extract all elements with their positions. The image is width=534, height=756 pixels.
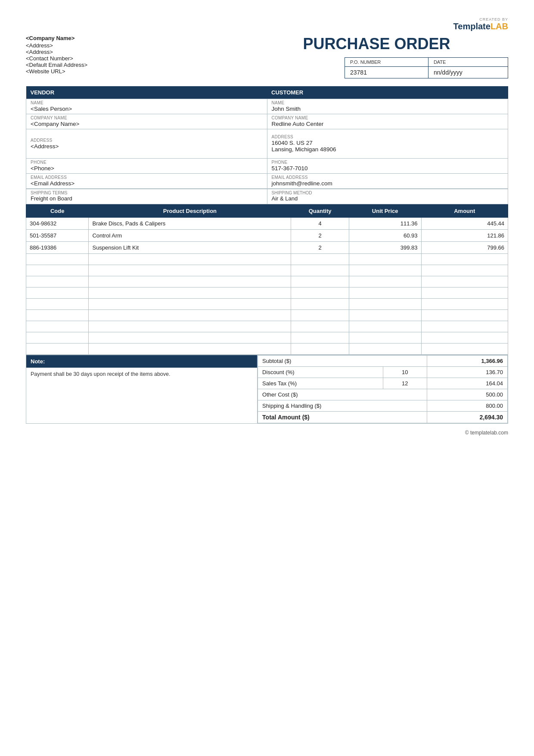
vendor-customer-table: VENDOR CUSTOMER NAME <Sales Person> NAME… [26,86,508,189]
date-label: DATE [428,58,508,67]
customer-phone-label: PHONE [272,160,504,165]
table-row [26,332,508,344]
vendor-name-label: NAME [31,100,263,105]
table-row: 886-19386 Suspension Lift Kit 2 399.83 7… [26,242,508,254]
company-contact: <Contact Number> [26,55,245,62]
table-row: 304-98632 Brake Discs, Pads & Calipers 4… [26,218,508,230]
po-number-date-table: P.O. NUMBER DATE 23781 nn/dd/yyyy [345,57,508,78]
bottom-section: Note: Payment shall be 30 days upon rece… [26,355,508,424]
table-row [26,310,508,321]
vendor-company-value: <Company Name> [31,121,263,129]
company-address2: <Address> [26,49,245,55]
vendor-phone-value: <Phone> [31,165,263,173]
table-row [26,287,508,299]
table-row [26,299,508,310]
col-desc-header: Product Description [89,205,291,218]
po-number-value: 23781 [345,67,428,78]
col-qty-header: Quantity [291,205,349,218]
total-label: Total Amount ($) [258,412,427,423]
footer: © templatelab.com [26,430,508,436]
vendor-company-label: COMPANY NAME [31,116,263,120]
customer-email-label: EMAIL ADDRESS [272,175,504,180]
tax-pct: 12 [383,378,427,389]
customer-address-value: 16040 S. US 27 Lansing, Michigan 48906 [272,140,504,154]
vendor-header: VENDOR [26,86,267,99]
customer-company-value: Redline Auto Center [272,121,504,129]
company-address1: <Address> [26,42,245,49]
table-row [26,321,508,332]
customer-company-label: COMPANY NAME [272,116,504,120]
table-row: 501-35587 Control Arm 2 60.93 121.86 [26,230,508,242]
customer-address-label: ADDRESS [272,134,504,139]
col-code-header: Code [26,205,89,218]
header-area: <Company Name> <Address> <Address> <Cont… [26,35,508,78]
shipping-terms-label: SHIPPING TERMS [31,191,263,195]
logo-text: TemplateLAB [453,22,508,31]
vendor-phone-label: PHONE [31,160,263,165]
shipping-terms-value: Freight on Board [31,195,263,203]
company-name: <Company Name> [26,35,245,41]
tax-value: 164.04 [427,378,507,389]
customer-header: CUSTOMER [267,86,508,99]
subtotal-label: Subtotal ($) [258,356,427,367]
created-by-text: CREATED BY [453,17,508,22]
po-right-block: PURCHASE ORDER P.O. NUMBER DATE 23781 nn… [245,35,508,78]
company-email: <Default Email Address> [26,62,245,68]
shipping-cost-value: 800.00 [427,400,507,412]
table-row [26,276,508,287]
vendor-address-value: <Address> [31,143,263,151]
subtotal-value: 1,366.96 [427,356,507,367]
po-number-label: P.O. NUMBER [345,58,428,67]
customer-name-value: John Smith [272,106,504,114]
total-value: 2,694.30 [427,412,507,423]
po-title: PURCHASE ORDER [245,35,508,53]
items-table: Code Product Description Quantity Unit P… [26,204,508,355]
shipping-method-value: Air & Land [272,195,504,203]
discount-label: Discount (%) [258,367,383,378]
table-row [26,344,508,355]
shipping-method-label: SHIPPING METHOD [272,191,504,195]
vendor-email-label: EMAIL ADDRESS [31,175,263,180]
tax-label: Sales Tax (%) [258,378,383,389]
shipping-cost-label: Shipping & Handling ($) [258,400,427,412]
other-label: Other Cost ($) [258,389,427,400]
note-text: Payment shall be 30 days upon receipt of… [26,368,257,381]
customer-name-label: NAME [272,100,504,105]
discount-pct: 10 [383,367,427,378]
vendor-address-label: ADDRESS [31,138,263,143]
col-unitprice-header: Unit Price [349,205,421,218]
vendor-name-value: <Sales Person> [31,106,263,114]
vendor-email-value: <Email Address> [31,180,263,188]
totals-table: Subtotal ($) 1,366.96 Discount (%) 10 13… [258,355,508,423]
table-row [26,254,508,265]
company-website: <Website URL> [26,68,245,75]
templatelab-logo: CREATED BY TemplateLAB [453,17,508,31]
col-amount-header: Amount [421,205,508,218]
customer-email-value: johnsmith@redline.com [272,180,504,188]
note-header: Note: [26,355,257,368]
po-date-value: nn/dd/yyyy [428,67,508,78]
company-info: <Company Name> <Address> <Address> <Cont… [26,35,245,75]
table-row [26,265,508,276]
customer-phone-value: 517-367-7010 [272,165,504,173]
discount-value: 136.70 [427,367,507,378]
shipping-table: SHIPPING TERMS Freight on Board SHIPPING… [26,189,508,204]
other-value: 500.00 [427,389,507,400]
